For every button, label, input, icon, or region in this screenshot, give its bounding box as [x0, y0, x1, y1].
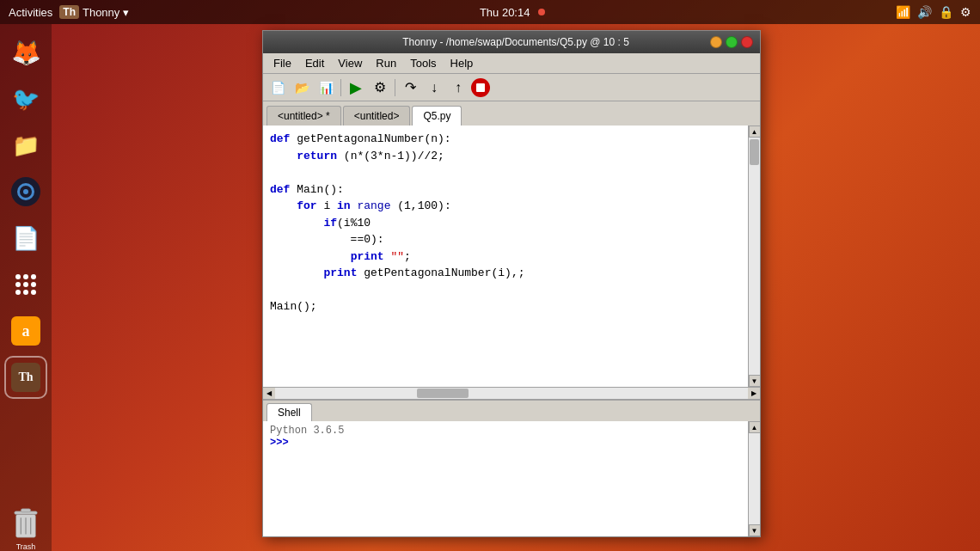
code-editor[interactable]: def getPentagonalNumber(n): return (n*(3… [263, 126, 748, 387]
vscroll-down-arrow[interactable]: ▼ [749, 375, 761, 387]
save-button[interactable]: 📊 [315, 77, 337, 98]
dock-item-thonny[interactable]: Th [6, 358, 46, 397]
tab-untitled2[interactable]: <untitled> [343, 106, 411, 126]
vscroll-thumb[interactable] [750, 139, 759, 165]
menu-file[interactable]: File [266, 55, 298, 71]
stop-icon [476, 83, 485, 92]
shell-vscrollbar[interactable]: ▲ ▼ [748, 421, 760, 536]
vscroll-up-arrow[interactable]: ▲ [749, 126, 761, 138]
menu-bar: File Edit View Run Tools Help [263, 53, 760, 74]
settings-icon: ⚙ [960, 5, 971, 19]
menu-view[interactable]: View [331, 55, 369, 71]
editor-container: def getPentagonalNumber(n): return (n*(3… [263, 126, 760, 387]
close-button[interactable] [741, 36, 753, 48]
editor-hscrollbar[interactable]: ◀ ▶ [263, 387, 760, 399]
debug-button[interactable]: ⚙ [369, 77, 391, 98]
dock-item-amazon[interactable]: a [6, 311, 46, 351]
dock-item-rhythmbox[interactable] [6, 172, 46, 211]
trash-icon [10, 506, 41, 541]
shell-vscroll-down[interactable]: ▼ [749, 524, 761, 536]
menu-tools[interactable]: Tools [403, 55, 443, 71]
hscroll-left-arrow[interactable]: ◀ [263, 388, 275, 400]
clock: Thu 20:14 [480, 6, 530, 19]
thonny-app-menu[interactable]: Th Thonny ▾ [59, 5, 129, 19]
toolbar-separator-2 [395, 79, 395, 96]
activities-button[interactable]: Activities [9, 6, 52, 19]
hscroll-thumb[interactable] [417, 389, 469, 398]
shell-panel: Shell Python 3.6.5 >>> ▲ ▼ [263, 399, 760, 536]
step-out-button[interactable]: ↑ [447, 77, 469, 98]
maximize-button[interactable] [726, 36, 738, 48]
shell-content: Python 3.6.5 >>> ▲ ▼ [263, 421, 760, 536]
run-button[interactable]: ▶ [345, 77, 367, 98]
dock-item-libreoffice[interactable]: 📄 [6, 218, 46, 258]
thonny-window: Thonny - /home/swap/Documents/Q5.py @ 10… [262, 30, 761, 537]
shell-vscroll-track[interactable] [749, 433, 760, 524]
thonny-dropdown-arrow: ▾ [123, 6, 129, 19]
menu-help[interactable]: Help [444, 55, 481, 71]
window-title: Thonny - /home/swap/Documents/Q5.py @ 10… [322, 36, 710, 48]
top-bar: Activities Th Thonny ▾ Thu 20:14 📶 🔊 🔒 ⚙ [0, 0, 980, 24]
tab-bar: <untitled> * <untitled> Q5.py [263, 101, 760, 126]
svg-rect-1 [21, 509, 30, 512]
open-button[interactable]: 📂 [291, 77, 313, 98]
menu-run[interactable]: Run [369, 55, 403, 71]
tab-q5py[interactable]: Q5.py [412, 106, 462, 126]
dock-item-firefox[interactable]: 🦊 [6, 33, 46, 72]
trash-icon-container[interactable]: Trash [10, 506, 41, 551]
grid-icon [15, 274, 36, 295]
dock-item-appgrid[interactable] [6, 265, 46, 304]
dock-item-thunderbird[interactable]: 🐦 [6, 79, 46, 119]
python-version: Python 3.6.5 [270, 425, 344, 437]
tab-untitled1[interactable]: <untitled> * [266, 106, 341, 126]
shell-output[interactable]: Python 3.6.5 >>> [263, 421, 748, 536]
hscroll-right-arrow[interactable]: ▶ [748, 388, 760, 400]
minimize-button[interactable] [710, 36, 722, 48]
recording-dot [538, 9, 545, 15]
speaker-icon: 🔊 [917, 5, 932, 19]
step-over-button[interactable]: ↷ [399, 77, 421, 98]
dock: 🦊 🐦 📁 📄 a Th [0, 24, 52, 551]
dock-item-files[interactable]: 📁 [6, 126, 46, 165]
menu-edit[interactable]: Edit [298, 55, 331, 71]
shell-vscroll-up[interactable]: ▲ [749, 421, 761, 433]
stop-button[interactable] [471, 78, 490, 97]
vscroll-track[interactable] [749, 138, 760, 375]
shell-prompt: >>> [270, 437, 289, 449]
toolbar-separator-1 [340, 79, 341, 96]
system-tray-icon: 🔒 [939, 5, 953, 19]
editor-vscrollbar[interactable]: ▲ ▼ [748, 126, 760, 387]
hscroll-track[interactable] [275, 388, 748, 399]
title-bar: Thonny - /home/swap/Documents/Q5.py @ 10… [263, 31, 760, 53]
step-into-button[interactable]: ↓ [423, 77, 445, 98]
thonny-menu-label: Thonny [83, 6, 119, 19]
wifi-icon: 📶 [896, 5, 910, 19]
trash-label: Trash [16, 542, 36, 551]
toolbar: 📄 📂 📊 ▶ ⚙ ↷ ↓ ↑ [263, 74, 760, 101]
new-button[interactable]: 📄 [266, 77, 289, 98]
shell-tab-bar: Shell [263, 401, 760, 421]
shell-tab[interactable]: Shell [266, 403, 312, 421]
